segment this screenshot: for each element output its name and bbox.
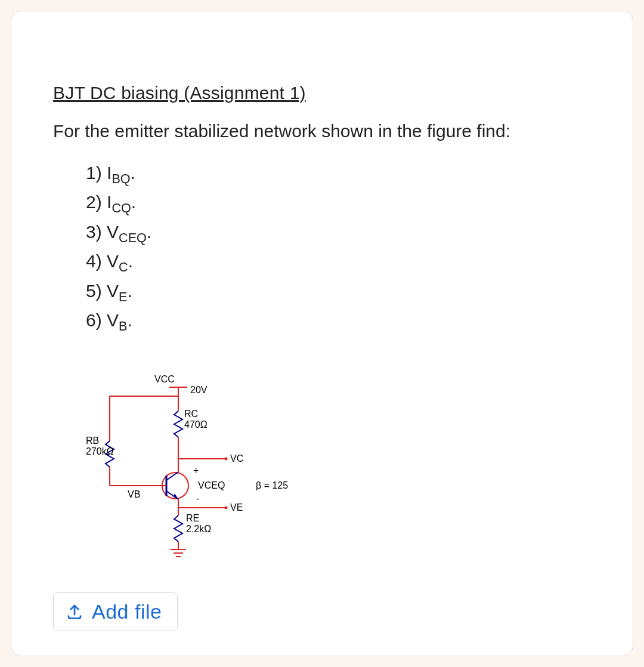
list-item: 4) VC. [86, 248, 591, 277]
beta-label: β = 125 [256, 480, 288, 490]
rb-value: 270kΩ [86, 446, 114, 456]
list-item: 2) ICQ. [86, 189, 591, 218]
list-item: 6) VB. [86, 307, 591, 336]
add-file-label: Add file [92, 600, 162, 623]
vb-label: VB [128, 489, 140, 499]
minus-label: - [196, 493, 199, 504]
circuit-svg: VCC 20V RC 470Ω RB 270kΩ VB [80, 369, 330, 566]
list-item: 3) VCEQ. [86, 218, 591, 248]
upload-icon [66, 603, 83, 620]
circuit-diagram: VCC 20V RC 470Ω RB 270kΩ VB [80, 369, 591, 569]
plus-label: + [193, 465, 199, 475]
vcc-label: VCC [154, 374, 175, 384]
re-label: RE [186, 513, 199, 523]
question-prompt: For the emitter stabilized network shown… [53, 121, 591, 141]
ve-label: VE [230, 502, 243, 512]
vc-label: VC [230, 453, 243, 464]
add-file-button[interactable]: Add file [53, 592, 178, 631]
svg-point-17 [225, 457, 228, 460]
rc-label: RC [184, 409, 198, 419]
assignment-title: BJT DC biasing (Assignment 1) [53, 83, 591, 103]
rc-value: 470Ω [184, 419, 208, 430]
question-items: 1) IBQ. 2) ICQ. 3) VCEQ. 4) VC. 5) VE. 6… [86, 159, 591, 336]
list-item: 5) VE. [86, 277, 591, 307]
question-card: BJT DC biasing (Assignment 1) For the em… [11, 11, 633, 656]
vceq-label: VCEQ [198, 480, 225, 490]
re-value: 2.2kΩ [186, 524, 211, 534]
vcc-value: 20V [190, 385, 208, 395]
svg-point-19 [225, 506, 228, 509]
list-item: 1) IBQ. [86, 159, 591, 189]
rb-label: RB [86, 436, 99, 446]
